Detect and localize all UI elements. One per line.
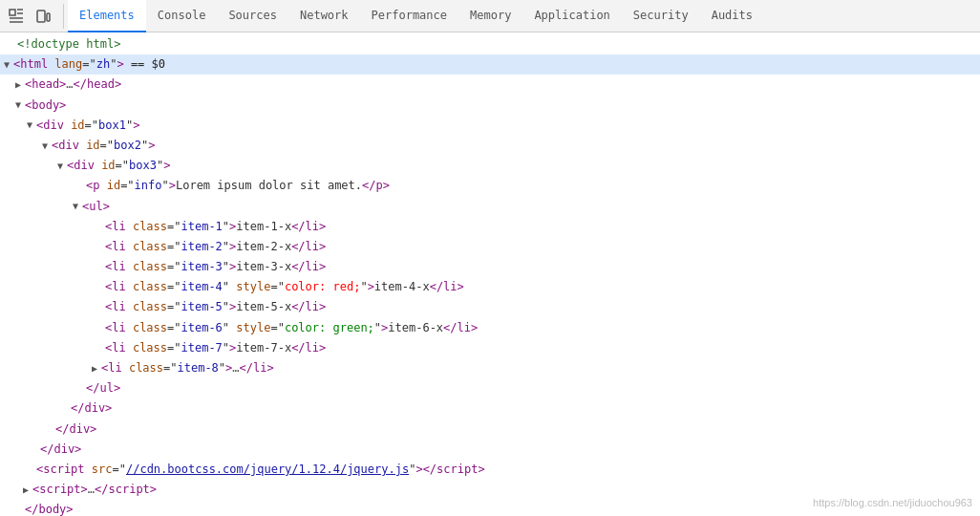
devtools-toolbar: Elements Console Sources Network Perform…: [0, 0, 980, 32]
dom-line-box2[interactable]: ▼ <div id="box2" >: [0, 136, 980, 156]
dom-line-body[interactable]: ▼ <body>: [0, 96, 980, 116]
doctype-text: <!doctype html>: [17, 35, 120, 54]
dom-line-box3[interactable]: ▼ <div id="box3" >: [0, 156, 980, 176]
dom-line-li2[interactable]: <li class="item-2" > item-2-x </li>: [0, 237, 980, 257]
tab-elements[interactable]: Elements: [68, 0, 146, 32]
tab-audits[interactable]: Audits: [700, 0, 764, 32]
dom-line-doctype[interactable]: <!doctype html>: [0, 34, 980, 54]
dom-line-box2-close[interactable]: </div>: [0, 419, 980, 440]
tab-application[interactable]: Application: [522, 0, 621, 32]
dom-line-box1[interactable]: ▼ <div id="box1" >: [0, 116, 980, 136]
box2-toggle[interactable]: ▼: [42, 139, 52, 154]
dom-line-html[interactable]: ▼ <html lang="zh" > == $0: [0, 54, 980, 75]
tab-performance[interactable]: Performance: [360, 0, 458, 32]
tab-memory[interactable]: Memory: [458, 0, 522, 32]
svg-rect-0: [10, 10, 15, 15]
svg-rect-6: [47, 13, 50, 21]
dom-line-li8[interactable]: ▶ <li class="item-8" > … </li>: [0, 358, 980, 378]
dom-line-li4[interactable]: <li class="item-4" style="color: red;" >…: [0, 277, 980, 297]
watermark: https://blog.csdn.net/jiduochou963: [813, 497, 972, 508]
dom-line-p[interactable]: <p id="info" > Lorem ipsum dolor sit ame…: [0, 176, 980, 196]
dom-line-li5[interactable]: <li class="item-5" > item-5-x </li>: [0, 297, 980, 317]
dom-line-li6[interactable]: <li class="item-6" style="color: green;"…: [0, 318, 980, 338]
devtools-tabs: Elements Console Sources Network Perform…: [68, 0, 764, 32]
elements-panel: <!doctype html> ▼ <html lang="zh" > == $…: [0, 32, 980, 516]
body-toggle[interactable]: ▼: [15, 97, 25, 113]
head-toggle[interactable]: ▶: [15, 77, 25, 93]
box1-toggle[interactable]: ▼: [27, 118, 36, 133]
tab-sources[interactable]: Sources: [217, 0, 288, 32]
inspect-button[interactable]: [4, 4, 29, 29]
dom-line-box1-close[interactable]: </div>: [0, 440, 980, 460]
dom-line-script1[interactable]: <script src="//cdn.bootcss.com/jquery/1.…: [0, 460, 980, 480]
dom-line-li7[interactable]: <li class="item-7" > item-7-x </li>: [0, 338, 980, 358]
ul-toggle[interactable]: ▼: [73, 199, 82, 214]
dom-line-ul[interactable]: ▼ <ul>: [0, 197, 980, 217]
dom-line-ul-close[interactable]: </ul>: [0, 378, 980, 398]
script2-toggle[interactable]: ▶: [23, 483, 32, 498]
dom-line-head[interactable]: ▶ <head>…</head>: [0, 75, 980, 95]
html-toggle[interactable]: ▼: [4, 57, 13, 73]
tab-network[interactable]: Network: [288, 0, 360, 32]
tab-security[interactable]: Security: [622, 0, 700, 32]
dom-line-li3[interactable]: <li class="item-3" > item-3-x </li>: [0, 257, 980, 277]
tab-console[interactable]: Console: [146, 0, 218, 32]
svg-rect-5: [37, 11, 45, 22]
dom-line-li1[interactable]: <li class="item-1" > item-1-x </li>: [0, 217, 980, 237]
device-button[interactable]: [31, 4, 55, 29]
toolbar-icons: [4, 4, 64, 29]
li8-toggle[interactable]: ▶: [92, 361, 101, 376]
box3-toggle[interactable]: ▼: [57, 159, 67, 174]
dom-line-box3-close[interactable]: </div>: [0, 398, 980, 419]
